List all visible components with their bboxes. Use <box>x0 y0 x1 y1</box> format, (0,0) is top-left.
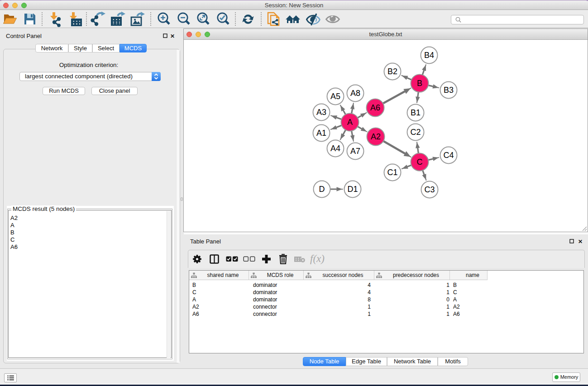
svg-text:A2: A2 <box>371 132 381 141</box>
svg-text:A: A <box>347 118 353 127</box>
svg-text:A7: A7 <box>350 147 360 156</box>
svg-text:A4: A4 <box>330 144 340 153</box>
svg-text:A8: A8 <box>350 89 360 98</box>
svg-text:A1: A1 <box>316 129 326 138</box>
svg-text:C4: C4 <box>443 151 454 160</box>
svg-text:B4: B4 <box>424 51 434 60</box>
svg-text:C1: C1 <box>387 168 397 177</box>
svg-text:A5: A5 <box>330 92 340 101</box>
svg-text:C2: C2 <box>410 128 421 137</box>
svg-text:C3: C3 <box>424 185 435 194</box>
svg-text:B2: B2 <box>387 67 397 76</box>
svg-text:B: B <box>417 79 422 88</box>
svg-text:D: D <box>319 185 325 194</box>
svg-text:B1: B1 <box>411 108 421 117</box>
svg-text:C: C <box>417 157 423 167</box>
svg-text:B3: B3 <box>444 86 454 95</box>
svg-text:A6: A6 <box>370 103 380 112</box>
svg-text:A3: A3 <box>316 108 326 117</box>
svg-text:D1: D1 <box>347 185 358 194</box>
